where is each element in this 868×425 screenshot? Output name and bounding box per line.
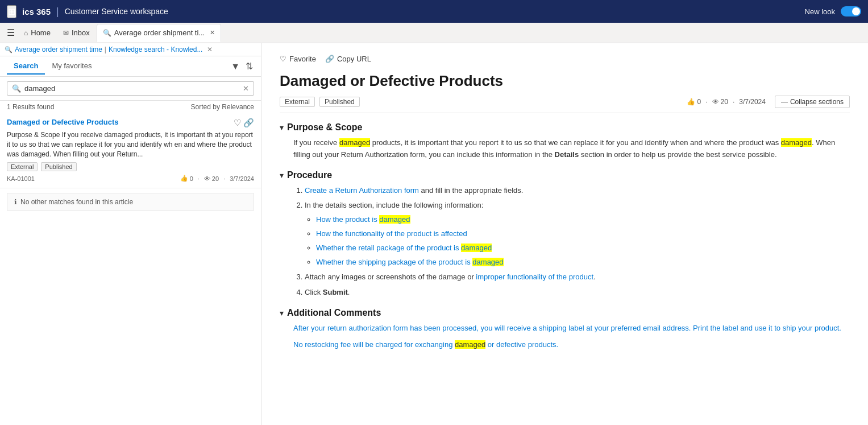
sub-bullet-3: Whether the retail package of the produc… <box>316 242 850 254</box>
badge-published: Published <box>319 97 360 107</box>
chevron-purpose-scope: ▾ <box>280 123 284 132</box>
section-header-procedure[interactable]: ▾ Procedure <box>280 170 850 180</box>
tab-avg-order-label: Average order shipment ti... <box>114 28 205 37</box>
copy-url-icon: 🔗 <box>325 55 334 63</box>
section-title-purpose-scope: Purpose & Scope <box>287 122 362 133</box>
hamburger-menu-button[interactable]: ☰ <box>5 25 17 40</box>
top-bar-left: ⊞ ics 365 | Customer Service workspace <box>7 5 168 18</box>
like-count: 👍 0 <box>180 175 193 182</box>
search-input[interactable] <box>24 84 243 93</box>
tab-inbox[interactable]: ✉ Inbox <box>57 24 95 42</box>
article-status-row: External Published 👍 0 · 👁 20 · 3/7/2024 <box>280 96 850 113</box>
return-auth-link[interactable]: Create a Return Authorization form <box>305 186 419 195</box>
procedure-step-4: Click Submit. <box>305 287 850 299</box>
collapse-sections-button[interactable]: — Collapse sections <box>775 96 850 108</box>
search-input-wrap: 🔍 ✕ <box>7 81 254 96</box>
results-count: 1 Results found <box>7 103 54 111</box>
article-main-title: Damaged or Defective Products <box>280 72 850 90</box>
article-card-header: Damaged or Defective Products ♡ 🔗 <box>7 118 254 128</box>
view-count: 👁 20 <box>204 175 219 182</box>
right-view-count: 👁 20 <box>712 98 728 106</box>
copy-url-button[interactable]: 🔗 Copy URL <box>325 55 371 63</box>
sub-tab-search[interactable]: Search <box>7 58 45 75</box>
sub-bullet-1: How the product is damaged <box>316 214 850 226</box>
section-header-purpose-scope[interactable]: ▾ Purpose & Scope <box>280 122 850 133</box>
no-other-matches: ℹ No other matches found in this article <box>7 193 254 211</box>
favorite-article-button[interactable]: ♡ <box>234 118 241 128</box>
app-launcher-button[interactable]: ⊞ <box>7 5 16 18</box>
right-like-count: 👍 0 <box>687 98 701 106</box>
search-clear-button[interactable]: ✕ <box>243 84 249 93</box>
details-bold: Details <box>555 150 579 159</box>
breadcrumb-separator: | <box>105 46 106 53</box>
article-card[interactable]: Damaged or Defective Products ♡ 🔗 Purpos… <box>0 112 261 188</box>
search-tab-icon: 🔍 <box>103 29 111 37</box>
return-link[interactable]: return <box>327 324 347 332</box>
search-icon-small: 🔍 <box>5 46 13 53</box>
new-look-label: New look <box>805 7 835 16</box>
knowledge-tab-label[interactable]: Knowledge search - Knowled... <box>109 46 202 53</box>
right-eye-icon: 👁 <box>712 98 719 106</box>
badge-external: External <box>280 97 315 107</box>
section-title-procedure: Procedure <box>287 170 332 180</box>
tab-inbox-label: Inbox <box>72 28 90 37</box>
sub-bullet-4: Whether the shipping package of the prod… <box>316 257 850 269</box>
copy-link-button[interactable]: 🔗 <box>243 118 254 128</box>
filter-button[interactable]: ▼ <box>230 60 241 73</box>
tab-avg-order[interactable]: 🔍 Average order shipment ti... ✕ <box>97 24 221 42</box>
section-body-procedure: Create a Return Authorization form and f… <box>293 185 850 299</box>
search-row: 🔍 ✕ <box>0 77 261 101</box>
right-thumb-icon: 👍 <box>687 98 695 106</box>
section-header-additional-comments[interactable]: ▾ Additional Comments <box>280 308 850 318</box>
sub-tab-my-favorites[interactable]: My favorites <box>45 58 98 75</box>
sort-button[interactable]: ⇅ <box>244 60 254 73</box>
right-article-date: 3/7/2024 <box>739 98 766 106</box>
submit-bold: Submit <box>323 288 348 296</box>
home-icon: ⌂ <box>24 29 28 37</box>
minus-icon: — <box>781 98 788 106</box>
breadcrumb-left: Average order shipment time <box>15 46 102 53</box>
sub-bullet-2: How the functionality of the product is … <box>316 228 850 240</box>
article-badges: External Published <box>280 97 360 107</box>
article-meta-right: 👍 0 · 👁 20 · 3/7/2024 <box>180 175 254 182</box>
article-meta: KA-01001 👍 0 · 👁 20 · 3/7/2024 <box>7 175 254 182</box>
section-body-additional-comments: After your return authorization form has… <box>293 323 850 351</box>
improper-func-link[interactable]: improper functionality of the product <box>476 273 593 281</box>
eye-icon: 👁 <box>204 175 210 182</box>
article-excerpt: Purpose & Scope If you receive damaged p… <box>7 130 254 159</box>
article-card-actions: ♡ 🔗 <box>234 118 254 128</box>
article-tags: External Published <box>7 162 254 171</box>
nav-tabs-bar: ☰ ⌂ Home ✉ Inbox 🔍 Average order shipmen… <box>0 23 868 43</box>
sorted-by-label: Sorted by Relevance <box>191 103 254 111</box>
info-icon: ℹ <box>14 198 17 206</box>
sub-tab-icons: ▼ ⇅ <box>230 60 254 73</box>
right-panel: ♡ Favorite 🔗 Copy URL Damaged or Defecti… <box>261 43 868 425</box>
article-id: KA-01001 <box>7 175 35 182</box>
procedure-step-3: Attach any images or screenshots of the … <box>305 271 850 283</box>
top-bar: ⊞ ics 365 | Customer Service workspace N… <box>0 0 868 23</box>
tag-external: External <box>7 162 38 171</box>
tab-avg-order-close[interactable]: ✕ <box>210 29 215 36</box>
favorite-button[interactable]: ♡ Favorite <box>280 55 316 63</box>
article-date: 3/7/2024 <box>230 175 254 182</box>
article-toolbar: ♡ Favorite 🔗 Copy URL <box>280 55 850 63</box>
top-bar-right: New look <box>805 6 861 16</box>
new-look-toggle[interactable] <box>841 6 861 16</box>
article-card-title: Damaged or Defective Products <box>7 118 234 126</box>
tab-home[interactable]: ⌂ Home <box>18 24 56 42</box>
tag-published: Published <box>41 162 76 171</box>
main-layout: 🔍 Average order shipment time | Knowledg… <box>0 43 868 425</box>
procedure-step-2: In the details section, include the foll… <box>305 200 850 268</box>
section-body-purpose-scope: If you receive damaged products, it is i… <box>293 137 850 161</box>
inbox-icon: ✉ <box>63 29 69 37</box>
additional-comments-p2: No restocking fee will be charged for ex… <box>293 339 850 351</box>
thumb-up-icon: 👍 <box>180 175 188 182</box>
section-title-additional-comments: Additional Comments <box>287 308 381 318</box>
chevron-procedure: ▾ <box>280 171 284 180</box>
search-icon: 🔍 <box>12 84 21 93</box>
collapse-sections-label: Collapse sections <box>790 98 844 106</box>
article-meta-right-panel: 👍 0 · 👁 20 · 3/7/2024 <box>687 98 765 106</box>
defective-link[interactable]: defective products <box>496 340 556 349</box>
knowledge-tab-close[interactable]: ✕ <box>207 46 213 53</box>
procedure-step-1: Create a Return Authorization form and f… <box>305 185 850 197</box>
